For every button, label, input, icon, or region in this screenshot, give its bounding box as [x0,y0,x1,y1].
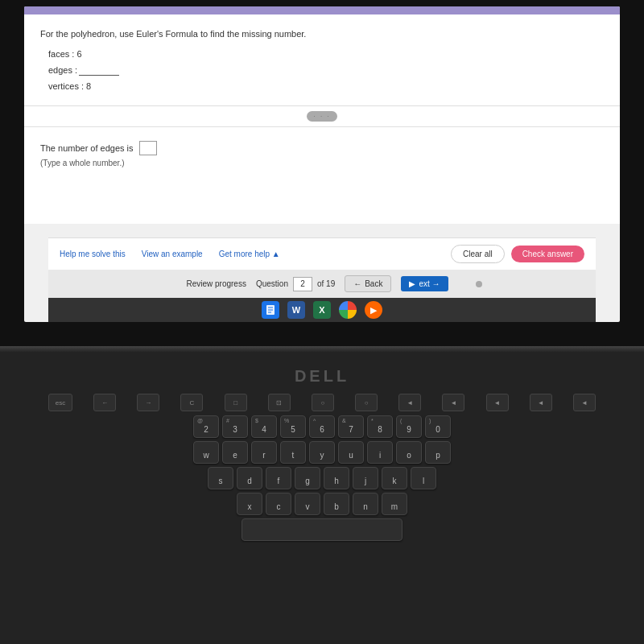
key-b[interactable]: b [324,493,349,515]
key-j[interactable]: j [353,467,378,489]
key-5[interactable]: %5 [280,415,306,438]
notification-dot [476,281,482,287]
back-label: Back [365,279,382,288]
of-label: of 19 [317,279,335,288]
taskbar-icon-word[interactable]: W [287,301,305,319]
key-escape[interactable]: esc [48,394,72,411]
taskbar-icon-chrome[interactable] [339,301,357,319]
vertices-row: vertices : 8 [48,79,604,95]
answer-input[interactable] [139,141,157,155]
screen-content: For the polyhedron, use Euler's Formula … [24,6,620,322]
key-f1[interactable]: ← [93,394,116,411]
key-space[interactable] [242,518,402,541]
answer-hint: (Type a whole number.) [40,159,604,167]
key-f6[interactable]: ○ [312,394,334,411]
question-label: Question [256,279,288,288]
edges-label: edges : [48,63,77,79]
back-arrow-icon: ← [353,279,361,288]
key-o[interactable]: o [396,441,422,464]
key-f10[interactable]: ◄ [486,394,509,411]
review-progress-label[interactable]: Review progress [186,279,246,288]
question-area: For the polyhedron, use Euler's Formula … [24,14,620,106]
back-button[interactable]: ← Back [345,275,391,292]
toolbar-bottom: Review progress Question 2 of 19 ← Back … [48,270,596,298]
help-solve-link[interactable]: Help me solve this [60,250,126,258]
key-f[interactable]: f [266,467,291,489]
taskbar-icon-play[interactable]: ▶ [365,301,382,319]
key-d[interactable]: d [237,467,262,489]
key-l[interactable]: l [411,467,436,489]
key-n[interactable]: n [353,493,378,515]
key-f12[interactable]: ◄ [573,394,596,411]
faces-label: faces : [48,49,74,59]
vertices-label: vertices : [48,81,84,91]
key-w[interactable]: w [193,441,219,464]
answer-area: The number of edges is (Type a whole num… [24,127,620,224]
toolbar-links: Help me solve this View an example Get m… [60,250,280,258]
key-6[interactable]: ^6 [309,415,335,438]
key-r[interactable]: r [251,441,277,464]
question-number-box: 2 [293,277,312,291]
key-f2[interactable]: → [137,394,159,411]
key-c[interactable]: c [266,493,291,515]
bottom-toolbar: Help me solve this View an example Get m… [48,237,596,298]
key-y[interactable]: y [309,441,335,464]
key-3[interactable]: #3 [222,415,248,438]
next-icon: ▶ [409,279,415,288]
question-nav: Question 2 of 19 [256,277,335,291]
question-number: 2 [300,279,305,288]
number-key-row: @2 #3 $4 %5 ^6 &7 *8 (9 )0 [48,415,596,438]
key-f3[interactable]: C [180,394,203,411]
check-answer-button[interactable]: Check answer [511,246,584,262]
key-k[interactable]: k [382,467,407,489]
laptop-hinge [0,346,644,353]
key-t[interactable]: t [280,441,306,464]
fn-key-row: esc ← → C □ ⊡ ○ ○ ◄ ◄ ◄ ◄ ◄ [48,394,596,411]
key-s[interactable]: s [208,467,233,489]
key-7[interactable]: &7 [338,415,364,438]
top-bar [24,6,620,14]
keyboard: esc ← → C □ ⊡ ○ ○ ◄ ◄ ◄ ◄ ◄ @2 #3 $4 %5 … [48,394,596,544]
more-help-link[interactable]: Get more help ▲ [219,250,280,258]
key-f11[interactable]: ◄ [530,394,552,411]
dots-icon: · · · [307,111,336,122]
key-e[interactable]: e [222,441,248,464]
key-f5[interactable]: ⊡ [268,394,291,411]
space-row [48,518,596,541]
question-title: For the polyhedron, use Euler's Formula … [40,29,604,39]
laptop-body: DELL esc ← → C □ ⊡ ○ ○ ◄ ◄ ◄ ◄ ◄ @ [0,346,644,644]
asdf-row: s d f g h j k l [48,467,596,489]
key-i[interactable]: i [367,441,393,464]
qwerty-row: w e r t y u i o p [48,441,596,464]
answer-prefix: The number of edges is [40,143,134,153]
key-g[interactable]: g [295,467,320,489]
view-example-link[interactable]: View an example [142,250,203,258]
key-f7[interactable]: ○ [355,394,378,411]
zxcv-row: x c v b n m [48,493,596,515]
key-h[interactable]: h [324,467,349,489]
key-f4[interactable]: □ [225,394,247,411]
key-f8[interactable]: ◄ [398,394,421,411]
key-v[interactable]: v [295,493,320,515]
key-9[interactable]: (9 [396,415,422,438]
laptop-screen: For the polyhedron, use Euler's Formula … [0,0,644,346]
key-x[interactable]: x [237,493,262,515]
key-0[interactable]: )0 [425,415,451,438]
question-data: faces : 6 edges : vertices : 8 [48,47,604,94]
taskbar-icon-excel[interactable]: X [313,301,331,319]
next-button[interactable]: ▶ ext → [401,276,448,291]
key-8[interactable]: *8 [367,415,393,438]
key-f9[interactable]: ◄ [442,394,464,411]
taskbar: W X ▶ [48,298,596,322]
edges-row: edges : [48,63,604,79]
taskbar-icon-docs[interactable] [262,301,279,319]
clear-all-button[interactable]: Clear all [451,245,505,263]
key-m[interactable]: m [382,493,407,515]
answer-line: The number of edges is [40,140,604,155]
key-2[interactable]: @2 [193,415,219,438]
divider-row: · · · [24,106,620,127]
key-4[interactable]: $4 [251,415,277,438]
faces-row: faces : 6 [48,47,604,63]
key-p[interactable]: p [425,441,451,464]
key-u[interactable]: u [338,441,364,464]
